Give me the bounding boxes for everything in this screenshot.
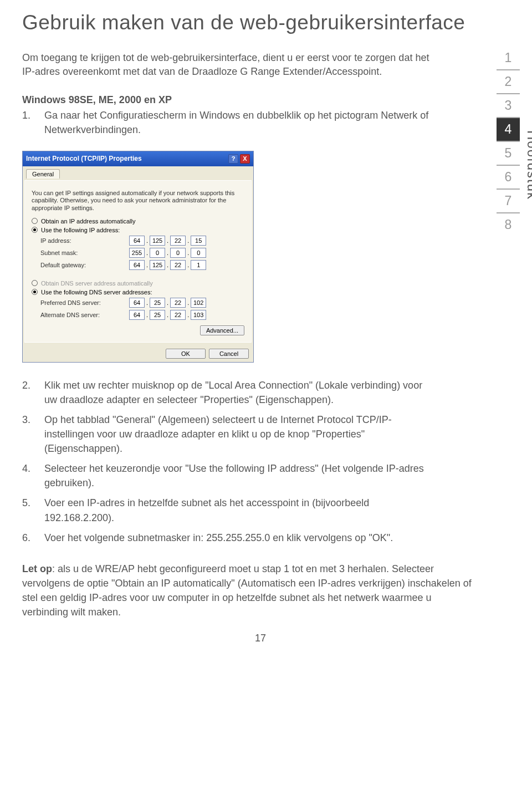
step-text: Voer het volgende subnetmasker in: 255.2… bbox=[44, 531, 393, 545]
chapter-nav-item[interactable]: 8 bbox=[497, 213, 520, 236]
cancel-button[interactable]: Cancel bbox=[209, 349, 249, 359]
step-text: Ga naar het Configuratiescherm in Window… bbox=[44, 108, 438, 137]
step-item: 5. Voer een IP-adres in hetzelfde subnet… bbox=[22, 496, 499, 524]
chapter-nav-item[interactable]: 6 bbox=[497, 166, 520, 190]
ip-octet[interactable]: 15 bbox=[191, 236, 206, 246]
ip-octet[interactable]: 25 bbox=[150, 298, 165, 308]
ip-octet[interactable]: 0 bbox=[191, 248, 206, 258]
section-heading-windows: Windows 98SE, ME, 2000 en XP bbox=[22, 94, 499, 106]
pref-dns-label: Preferred DNS server: bbox=[40, 299, 129, 306]
step-text: Selecteer het keuzerondje voor "Use the … bbox=[44, 461, 438, 490]
step-item: 6. Voer het volgende subnetmasker in: 25… bbox=[22, 531, 499, 545]
step-number: 5. bbox=[22, 496, 34, 524]
chapter-nav-item[interactable]: 2 bbox=[497, 70, 520, 94]
ip-octet[interactable]: 64 bbox=[129, 260, 145, 270]
ip-octet[interactable]: 22 bbox=[170, 310, 186, 320]
radio-obtain-dns-label: Obtain DNS server address automatically bbox=[41, 280, 153, 287]
ip-octet[interactable]: 22 bbox=[170, 260, 186, 270]
ip-octet[interactable]: 0 bbox=[170, 248, 186, 258]
ip-address-label: IP address: bbox=[40, 237, 129, 244]
ip-octet[interactable]: 102 bbox=[191, 298, 206, 308]
ip-octet[interactable]: 0 bbox=[150, 248, 165, 258]
step-number: 3. bbox=[22, 412, 34, 456]
radio-use-ip-row[interactable]: Use the following IP address: bbox=[32, 227, 245, 233]
dialog-titlebar: Internet Protocol (TCP/IP) Properties ? … bbox=[23, 151, 253, 166]
chapter-label: Hoofdstuk bbox=[524, 130, 532, 200]
tcpip-properties-dialog: Internet Protocol (TCP/IP) Properties ? … bbox=[22, 151, 254, 363]
ip-octet[interactable]: 22 bbox=[170, 298, 186, 308]
step-number: 4. bbox=[22, 461, 34, 490]
chapter-nav-item[interactable]: 1 bbox=[497, 47, 520, 70]
note-text: : als u de WRE/AP hebt geconfigureerd mo… bbox=[22, 563, 472, 618]
chapter-nav: 1 2 3 4 5 6 7 8 bbox=[497, 47, 520, 236]
step-number: 1. bbox=[22, 108, 34, 137]
step-text: Klik met uw rechter muisknop op de "Loca… bbox=[44, 378, 438, 407]
step-number: 2. bbox=[22, 378, 34, 407]
radio-obtain-ip-row[interactable]: Obtain an IP address automatically bbox=[32, 218, 245, 225]
note-paragraph: Let op: als u de WRE/AP hebt geconfigure… bbox=[22, 562, 499, 619]
page-number: 17 bbox=[22, 633, 499, 644]
radio-use-ip-label: Use the following IP address: bbox=[41, 227, 120, 233]
page-title: Gebruik maken van de web-gebruikersinter… bbox=[22, 11, 499, 34]
chapter-nav-item-active[interactable]: 4 bbox=[497, 118, 520, 142]
step-item: 2. Klik met uw rechter muisknop op de "L… bbox=[22, 378, 499, 407]
ip-octet[interactable]: 64 bbox=[129, 236, 145, 246]
ip-octet[interactable]: 125 bbox=[150, 260, 165, 270]
dialog-description: You can get IP settings assigned automat… bbox=[32, 190, 244, 212]
ip-octet[interactable]: 103 bbox=[191, 310, 206, 320]
ip-octet[interactable]: 1 bbox=[191, 260, 206, 270]
ip-octet[interactable]: 255 bbox=[129, 248, 145, 258]
alt-dns-label: Alternate DNS server: bbox=[40, 312, 129, 318]
radio-use-dns-row[interactable]: Use the following DNS server addresses: bbox=[32, 289, 245, 295]
chapter-nav-item[interactable]: 7 bbox=[497, 190, 520, 213]
ip-octet[interactable]: 64 bbox=[129, 298, 145, 308]
chapter-nav-item[interactable]: 5 bbox=[497, 142, 520, 166]
radio-icon bbox=[32, 218, 38, 224]
subnet-label: Subnet mask: bbox=[40, 249, 129, 256]
radio-obtain-dns-row: Obtain DNS server address automatically bbox=[32, 280, 245, 287]
note-label: Let op bbox=[22, 563, 52, 574]
radio-icon bbox=[32, 280, 38, 286]
radio-obtain-ip-label: Obtain an IP address automatically bbox=[41, 218, 135, 225]
subnet-field[interactable]: 255. 0. 0. 0 bbox=[129, 248, 206, 258]
ip-octet[interactable]: 125 bbox=[150, 236, 165, 246]
alt-dns-field[interactable]: 64. 25. 22. 103 bbox=[129, 310, 206, 320]
gateway-field[interactable]: 64. 125. 22. 1 bbox=[129, 260, 206, 270]
gateway-label: Default gateway: bbox=[40, 262, 129, 268]
chapter-nav-item[interactable]: 3 bbox=[497, 94, 520, 118]
ip-octet[interactable]: 25 bbox=[150, 310, 165, 320]
help-icon[interactable]: ? bbox=[228, 154, 238, 164]
ok-button[interactable]: OK bbox=[166, 349, 206, 359]
step-item: 3. Op het tabblad "General" (Algemeen) s… bbox=[22, 412, 499, 456]
ip-octet[interactable]: 22 bbox=[170, 236, 186, 246]
step-item: 4. Selecteer het keuzerondje voor "Use t… bbox=[22, 461, 499, 490]
tab-general[interactable]: General bbox=[26, 169, 60, 179]
radio-use-dns-label: Use the following DNS server addresses: bbox=[41, 289, 152, 295]
dialog-title-text: Internet Protocol (TCP/IP) Properties bbox=[26, 155, 142, 162]
advanced-button[interactable]: Advanced... bbox=[200, 325, 244, 335]
step-number: 6. bbox=[22, 531, 34, 545]
step-text: Voer een IP-adres in hetzelfde subnet al… bbox=[44, 496, 438, 524]
radio-icon bbox=[32, 289, 38, 295]
step-item: 1. Ga naar het Configuratiescherm in Win… bbox=[22, 108, 499, 137]
ip-octet[interactable]: 64 bbox=[129, 310, 145, 320]
intro-paragraph: Om toegang te krijgen tot de web-gebruik… bbox=[22, 51, 499, 79]
pref-dns-field[interactable]: 64. 25. 22. 102 bbox=[129, 298, 206, 308]
close-icon[interactable]: X bbox=[240, 154, 250, 164]
ip-address-field[interactable]: 64. 125. 22. 15 bbox=[129, 236, 206, 246]
step-text: Op het tabblad "General" (Algemeen) sele… bbox=[44, 412, 438, 456]
radio-icon bbox=[32, 227, 38, 233]
